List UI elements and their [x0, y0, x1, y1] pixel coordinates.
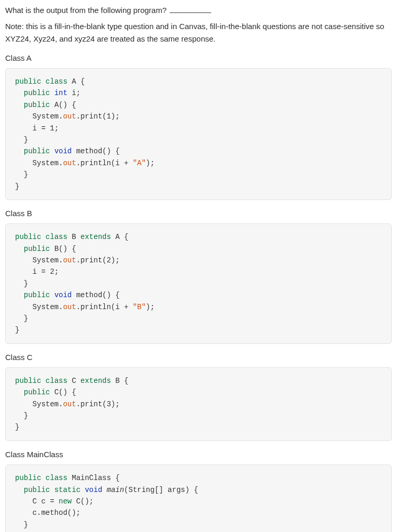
class-label: Class B [5, 207, 392, 219]
code-block: public class A { public int i; public A(… [5, 68, 392, 200]
code-block: public class C extends B { public C() { … [5, 367, 392, 441]
case-sensitivity-note: Note: this is a fill-in-the-blank type q… [5, 20, 392, 45]
question-text: What is the output from the following pr… [5, 6, 167, 15]
class-label: Class A [5, 52, 392, 64]
code-block: public class MainClass { public static v… [5, 464, 392, 532]
question-prompt-line: What is the output from the following pr… [5, 4, 392, 16]
class-label: Class C [5, 351, 392, 363]
class-label: Class MainClass [5, 448, 392, 460]
answer-blank[interactable] [170, 5, 211, 13]
code-block: public class B extends A { public B() { … [5, 223, 392, 344]
code-sections: Class Apublic class A { public int i; pu… [5, 52, 392, 532]
